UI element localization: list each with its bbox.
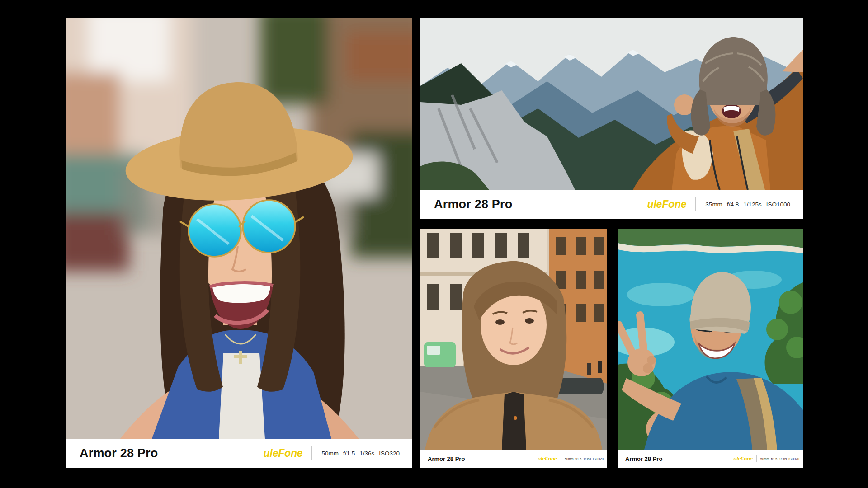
exif-aperture: f/1.5 (343, 450, 355, 457)
caption-bar: Armor 28 Pro uleFone 35mm f/4.8 1/125s I… (420, 190, 803, 219)
exif-info: 50mm f/1.5 1/36s ISO320 (760, 457, 799, 460)
photo-woman-straw-hat-selfie (66, 18, 412, 439)
phone-model-label: Armor 28 Pro (625, 455, 662, 462)
illustration-woman-city-selfie (420, 229, 607, 450)
ulefone-logo: uleFone (538, 456, 557, 461)
exif-shutter: 1/36s (583, 457, 591, 460)
photo-card-city: Armor 28 Pro uleFone 50mm f/1.5 1/36s IS… (420, 229, 607, 468)
phone-model-label: Armor 28 Pro (80, 446, 158, 460)
exif-info: 50mm f/1.5 1/36s ISO320 (321, 450, 400, 457)
exif-aperture: f/4.8 (727, 201, 739, 208)
photo-man-fur-hat-mountains (420, 18, 803, 190)
ulefone-logo: uleFone (647, 198, 687, 211)
photo-gallery: Armor 28 Pro uleFone 50mm f/1.5 1/36s IS… (0, 0, 868, 488)
caption-divider (561, 455, 561, 462)
ulefone-logo: uleFone (733, 456, 753, 461)
photo-card-coast: Armor 28 Pro uleFone 50mm f/1.5 1/36s IS… (618, 229, 803, 468)
exif-aperture: f/1.5 (771, 457, 778, 460)
ulefone-logo: uleFone (264, 447, 303, 460)
exif-shutter: 1/36s (779, 457, 787, 460)
illustration-man-fur-hat-mountains (420, 18, 803, 190)
photo-card-mountain: Armor 28 Pro uleFone 35mm f/4.8 1/125s I… (420, 18, 803, 219)
photo-card-portrait: Armor 28 Pro uleFone 50mm f/1.5 1/36s IS… (66, 18, 412, 468)
photo-man-peace-sign-lagoon (618, 229, 803, 450)
caption-bar: Armor 28 Pro uleFone 50mm f/1.5 1/36s IS… (618, 450, 803, 468)
exif-iso: ISO320 (788, 457, 799, 460)
exif-aperture: f/1.5 (576, 457, 582, 460)
exif-iso: ISO320 (379, 450, 400, 457)
exif-iso: ISO1000 (766, 201, 790, 208)
illustration-man-peace-sign-lagoon (618, 229, 803, 450)
phone-model-label: Armor 28 Pro (428, 455, 465, 462)
caption-divider (311, 446, 312, 460)
caption-bar: Armor 28 Pro uleFone 50mm f/1.5 1/36s IS… (420, 450, 607, 468)
exif-focal-length: 50mm (760, 457, 769, 460)
illustration-woman-straw-hat-selfie (66, 18, 412, 439)
exif-iso: ISO320 (593, 457, 604, 460)
exif-shutter: 1/36s (359, 450, 374, 457)
caption-divider (695, 197, 696, 211)
exif-focal-length: 35mm (705, 201, 722, 208)
caption-bar: Armor 28 Pro uleFone 50mm f/1.5 1/36s IS… (66, 439, 412, 468)
exif-info: 50mm f/1.5 1/36s ISO320 (565, 457, 604, 460)
exif-focal-length: 50mm (321, 450, 339, 457)
caption-meta: uleFone 50mm f/1.5 1/36s ISO320 (733, 455, 799, 462)
caption-divider (756, 455, 757, 462)
exif-info: 35mm f/4.8 1/125s ISO1000 (705, 201, 790, 208)
caption-meta: uleFone 50mm f/1.5 1/36s ISO320 (264, 446, 400, 460)
phone-model-label: Armor 28 Pro (434, 197, 512, 211)
photo-woman-city-selfie (420, 229, 607, 450)
caption-meta: uleFone 35mm f/4.8 1/125s ISO1000 (647, 197, 790, 211)
exif-shutter: 1/125s (743, 201, 762, 208)
exif-focal-length: 50mm (565, 457, 573, 460)
caption-meta: uleFone 50mm f/1.5 1/36s ISO320 (538, 455, 604, 462)
